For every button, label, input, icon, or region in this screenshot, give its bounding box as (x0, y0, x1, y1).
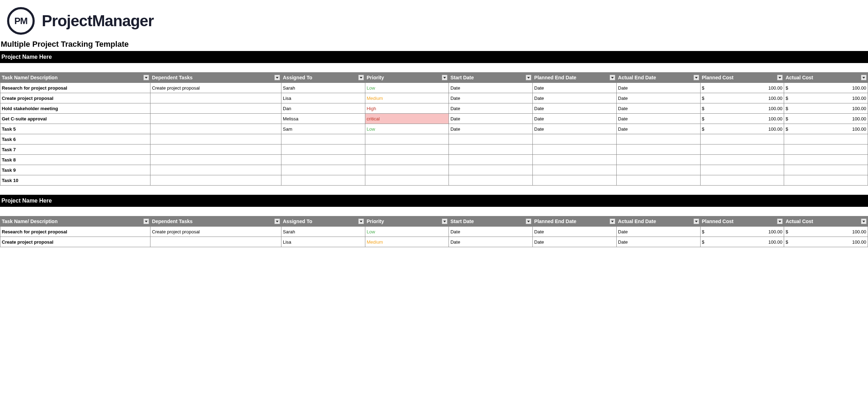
cell-priority[interactable]: Low (365, 227, 449, 237)
cell-dependent[interactable] (150, 175, 281, 186)
cell-actual_end[interactable]: Date (616, 124, 700, 134)
column-header-assigned[interactable]: Assigned To (281, 73, 365, 83)
filter-dropdown-icon[interactable] (274, 218, 280, 224)
cell-assigned[interactable]: Sarah (281, 83, 365, 93)
cell-start[interactable]: Date (449, 227, 533, 237)
filter-dropdown-icon[interactable] (693, 75, 699, 80)
column-header-dependent[interactable]: Dependent Tasks (150, 73, 281, 83)
cell-task-name[interactable]: Create project proposal (0, 93, 150, 103)
cell-task-name[interactable]: Hold stakeholder meeting (0, 103, 150, 114)
cell-actual_cost[interactable]: $100.00 (784, 227, 868, 237)
cell-start[interactable] (449, 165, 533, 175)
cell-dependent[interactable] (150, 134, 281, 144)
cell-planned_cost[interactable] (700, 144, 784, 155)
cell-dependent[interactable] (150, 124, 281, 134)
cell-start[interactable] (449, 144, 533, 155)
cell-actual_end[interactable] (616, 144, 700, 155)
cell-assigned[interactable]: Sam (281, 124, 365, 134)
column-header-actual_end[interactable]: Actual End Date (616, 216, 700, 227)
cell-priority[interactable]: Medium (365, 237, 449, 247)
cell-priority[interactable] (365, 155, 449, 165)
filter-dropdown-icon[interactable] (610, 75, 615, 80)
column-header-dependent[interactable]: Dependent Tasks (150, 216, 281, 227)
cell-task-name[interactable]: Research for project proposal (0, 83, 150, 93)
cell-actual_end[interactable]: Date (616, 114, 700, 124)
cell-priority[interactable] (365, 144, 449, 155)
cell-start[interactable]: Date (449, 124, 533, 134)
cell-start[interactable]: Date (449, 93, 533, 103)
cell-actual_end[interactable] (616, 175, 700, 186)
cell-actual_cost[interactable]: $100.00 (784, 237, 868, 247)
cell-actual_cost[interactable] (784, 175, 868, 186)
column-header-planned_end[interactable]: Planned End Date (533, 73, 617, 83)
cell-planned_end[interactable] (533, 165, 617, 175)
cell-assigned[interactable] (281, 175, 365, 186)
cell-planned_end[interactable] (533, 144, 617, 155)
cell-task-name[interactable]: Task 5 (0, 124, 150, 134)
filter-dropdown-icon[interactable] (861, 218, 867, 224)
cell-planned_cost[interactable] (700, 175, 784, 186)
cell-priority[interactable]: High (365, 103, 449, 114)
column-header-priority[interactable]: Priority (365, 73, 449, 83)
cell-start[interactable]: Date (449, 237, 533, 247)
column-header-task[interactable]: Task Name/ Description (0, 73, 150, 83)
cell-assigned[interactable]: Lisa (281, 93, 365, 103)
cell-actual_cost[interactable] (784, 144, 868, 155)
cell-actual_cost[interactable] (784, 155, 868, 165)
cell-start[interactable] (449, 134, 533, 144)
cell-actual_cost[interactable] (784, 134, 868, 144)
cell-task-name[interactable]: Create project proposal (0, 237, 150, 247)
cell-actual_cost[interactable]: $100.00 (784, 124, 868, 134)
cell-task-name[interactable]: Task 6 (0, 134, 150, 144)
cell-actual_end[interactable]: Date (616, 93, 700, 103)
cell-assigned[interactable] (281, 155, 365, 165)
filter-dropdown-icon[interactable] (358, 218, 364, 224)
cell-dependent[interactable] (150, 144, 281, 155)
cell-priority[interactable]: Low (365, 83, 449, 93)
cell-dependent[interactable] (150, 93, 281, 103)
filter-dropdown-icon[interactable] (777, 218, 783, 224)
cell-task-name[interactable]: Task 9 (0, 165, 150, 175)
cell-planned_cost[interactable]: $100.00 (700, 237, 784, 247)
column-header-planned_cost[interactable]: Planned Cost (700, 216, 784, 227)
filter-dropdown-icon[interactable] (358, 75, 364, 80)
cell-start[interactable]: Date (449, 103, 533, 114)
cell-planned_cost[interactable]: $100.00 (700, 103, 784, 114)
cell-planned_end[interactable] (533, 155, 617, 165)
filter-dropdown-icon[interactable] (442, 218, 447, 224)
cell-planned_cost[interactable]: $100.00 (700, 124, 784, 134)
cell-priority[interactable] (365, 134, 449, 144)
cell-task-name[interactable]: Task 10 (0, 175, 150, 186)
cell-priority[interactable] (365, 175, 449, 186)
column-header-actual_cost[interactable]: Actual Cost (784, 216, 868, 227)
cell-assigned[interactable] (281, 165, 365, 175)
column-header-start[interactable]: Start Date (449, 73, 533, 83)
cell-actual_end[interactable]: Date (616, 237, 700, 247)
column-header-planned_cost[interactable]: Planned Cost (700, 73, 784, 83)
cell-dependent[interactable] (150, 165, 281, 175)
cell-task-name[interactable]: Task 7 (0, 144, 150, 155)
filter-dropdown-icon[interactable] (526, 218, 531, 224)
filter-dropdown-icon[interactable] (526, 75, 531, 80)
cell-actual_end[interactable]: Date (616, 227, 700, 237)
cell-actual_end[interactable]: Date (616, 83, 700, 93)
cell-assigned[interactable] (281, 134, 365, 144)
cell-dependent[interactable] (150, 103, 281, 114)
cell-planned_end[interactable]: Date (533, 93, 617, 103)
cell-planned_cost[interactable] (700, 155, 784, 165)
cell-actual_end[interactable] (616, 155, 700, 165)
cell-actual_cost[interactable]: $100.00 (784, 114, 868, 124)
cell-actual_end[interactable]: Date (616, 103, 700, 114)
cell-priority[interactable] (365, 165, 449, 175)
column-header-assigned[interactable]: Assigned To (281, 216, 365, 227)
column-header-task[interactable]: Task Name/ Description (0, 216, 150, 227)
cell-task-name[interactable]: Task 8 (0, 155, 150, 165)
cell-planned_cost[interactable]: $100.00 (700, 114, 784, 124)
filter-dropdown-icon[interactable] (777, 75, 783, 80)
cell-dependent[interactable] (150, 155, 281, 165)
cell-start[interactable]: Date (449, 114, 533, 124)
cell-dependent[interactable] (150, 114, 281, 124)
cell-priority[interactable]: Low (365, 124, 449, 134)
cell-planned_end[interactable] (533, 134, 617, 144)
column-header-actual_cost[interactable]: Actual Cost (784, 73, 868, 83)
